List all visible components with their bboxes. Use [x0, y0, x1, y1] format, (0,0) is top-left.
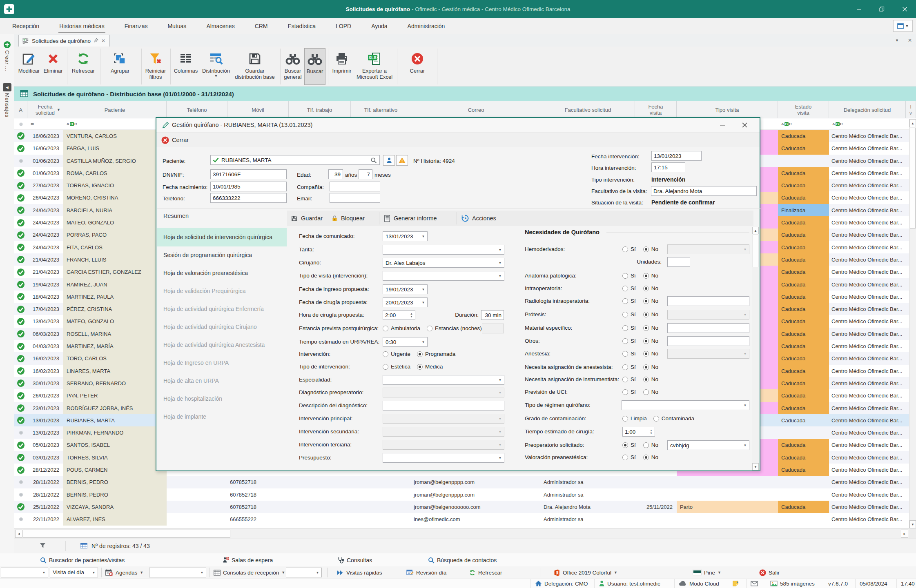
- form-control-fecha-de-ingreso-propuesta-[interactable]: 19/01/2023▼: [383, 284, 428, 294]
- menu-almacenes[interactable]: Almacenes: [205, 19, 235, 33]
- visitas-rapidas-button[interactable]: Visitas rápidas: [337, 566, 382, 579]
- column-header-trabajo[interactable]: Tlf. trabajo: [289, 101, 351, 118]
- filter-equals-icon[interactable]: =: [31, 118, 34, 130]
- neces-anestesia-[interactable]: SíNo: [622, 351, 658, 357]
- sidebar-item-2[interactable]: Sesión de programación quirúrgica: [157, 246, 287, 264]
- form-control-tiempo-estimado-en-urpa-rea-[interactable]: 0:30▼: [383, 337, 428, 347]
- filter-a-icon[interactable]: [14, 118, 27, 130]
- toolbar-buscar[interactable]: Buscar general: [282, 48, 304, 85]
- neces-necesita-asignación-de-instrumentista--radio-no[interactable]: [643, 377, 649, 382]
- messages-rail-label[interactable]: Mensajes: [4, 93, 10, 118]
- neces-prótesis-[interactable]: SíNo: [622, 311, 658, 317]
- neces-necesita-asignación-de-anestesista--radio-no[interactable]: [643, 364, 649, 370]
- sidebar-item-9[interactable]: Hoja de alta en URPA: [157, 371, 287, 390]
- combo-arrow-icon[interactable]: ▼: [420, 298, 427, 306]
- form-control-hora-de-cirug-a-propuesta-[interactable]: 2:00▲▼: [383, 310, 415, 320]
- neces-valoración-preanest-sica--radio-si[interactable]: [622, 455, 628, 460]
- form-control-intervención-[interactable]: UrgenteProgramada: [383, 351, 459, 357]
- bottombar-combo-4[interactable]: ▼: [286, 568, 322, 577]
- tab-solicitudes-quirofano[interactable]: Solicitudes de quirófano ✕: [18, 35, 110, 47]
- neces-hemoderivados--radio-si[interactable]: [622, 246, 628, 252]
- tabbar-close-icon[interactable]: ✕: [908, 38, 912, 43]
- form-control-tipo-de-visita-intervención-[interactable]: ▼: [383, 271, 504, 281]
- nacimiento-input[interactable]: 10/01/1985: [210, 182, 287, 191]
- neces-unidades--input[interactable]: [667, 257, 690, 267]
- neces-previsión-de-uci--radio-no[interactable]: [643, 389, 649, 395]
- toolbar-imprimir[interactable]: Imprimir: [330, 48, 353, 85]
- dialog-action-guardar[interactable]: Guardar: [291, 211, 323, 226]
- neces-necesita-asignación-de-instrumentista--radio-si[interactable]: [622, 377, 628, 382]
- combo-arrow-icon[interactable]: ▼: [420, 338, 427, 346]
- horizontal-scrollbar[interactable]: ◄ ►: [14, 528, 909, 539]
- filter-abc-estado[interactable]: ABC: [781, 118, 792, 130]
- menu-ayuda[interactable]: Ayuda: [370, 19, 388, 33]
- status-modo-cloud[interactable]: Modo Cloud: [674, 579, 728, 588]
- neces-radiología-intraoperatoria--radio-no[interactable]: [643, 298, 649, 304]
- tab-list-chevron-icon[interactable]: ▼: [895, 38, 899, 42]
- neces-necesita-asignación-de-anestesista--radio-si[interactable]: [622, 364, 628, 370]
- edad-anios-input[interactable]: 39: [328, 169, 343, 179]
- neces-hemoderivados-[interactable]: SíNo: [622, 246, 658, 252]
- scroll-left-arrow[interactable]: ◄: [15, 530, 22, 538]
- patient-warning-button[interactable]: [396, 155, 408, 166]
- status-usuario[interactable]: Usuario: test.ofimedic: [594, 579, 674, 588]
- duracion-input[interactable]: 30 min: [481, 310, 504, 320]
- toolbar-reiniciar[interactable]: Reiniciar filtros: [143, 48, 168, 85]
- menu-administraci-n[interactable]: Administración: [407, 19, 446, 33]
- toolbar-guardar[interactable]: Guardar distribución base: [232, 48, 278, 85]
- column-header-telefono[interactable]: Teléfono: [167, 101, 227, 118]
- filter-abc-paciente[interactable]: ABC: [67, 118, 77, 130]
- combo-arrow-icon[interactable]: ▼: [314, 568, 321, 577]
- dni-input[interactable]: 39171606F: [210, 169, 287, 179]
- neces-otros--radio-no[interactable]: [643, 338, 649, 344]
- spinner-arrows[interactable]: ▲▼: [648, 428, 654, 436]
- neces-radiología-intraoperatoria--radio-si[interactable]: [622, 298, 628, 304]
- create-plus-icon[interactable]: [3, 41, 11, 50]
- sidebar-item-5[interactable]: Hoja de actividad quirúrgica Enfermería: [157, 300, 287, 318]
- combo-arrow-icon[interactable]: ▼: [420, 232, 427, 240]
- neces-otros--input[interactable]: [667, 336, 749, 346]
- neces-previsión-de-uci-[interactable]: SíNo: [622, 389, 658, 395]
- neces-radiología-intraoperatoria--input[interactable]: [667, 296, 749, 306]
- revision-dia-button[interactable]: Revisión día: [406, 566, 446, 579]
- quicklink-búsqueda-de-contactos[interactable]: Búsqueda de contactos: [428, 553, 497, 567]
- column-header-fecha_visita[interactable]: Fecha visita: [635, 101, 677, 118]
- combo-arrow-icon[interactable]: ▼: [497, 272, 504, 280]
- neces-necesita-asignación-de-instrumentista-[interactable]: SíNo: [622, 376, 658, 382]
- neces-anestesia--radio-no[interactable]: [643, 351, 649, 357]
- neces-anatomía-patológica--radio-si[interactable]: [622, 273, 628, 279]
- combo-arrow-icon[interactable]: ▼: [497, 376, 504, 384]
- neces-anatomía-patológica-[interactable]: SíNo: [622, 273, 658, 279]
- email-input[interactable]: [330, 193, 380, 203]
- dialog-scroll-thumb[interactable]: [753, 235, 758, 267]
- scroll-down-arrow[interactable]: ▼: [909, 520, 916, 528]
- combo-arrow-icon[interactable]: ▼: [40, 568, 47, 577]
- dialog-scroll-down-arrow[interactable]: ▼: [752, 463, 759, 470]
- neces-previsión-de-uci--radio-si[interactable]: [622, 389, 628, 395]
- combo-arrow-icon[interactable]: ▼: [420, 285, 427, 293]
- menu-finanzas[interactable]: Finanzas: [124, 19, 149, 33]
- sidebar-item-8[interactable]: Hoja de Ingreso en URPA: [157, 353, 287, 372]
- quicklink-salas-de-espera[interactable]: Salas de espera: [222, 553, 273, 567]
- toolbar-columnas[interactable]: Columnas: [173, 48, 198, 85]
- neces-hemoderivados--radio-no[interactable]: [643, 246, 649, 252]
- menu-historias-m-dicas[interactable]: Historias médicas: [58, 19, 105, 33]
- neces-grado-de-contaminación--radio-contaminada[interactable]: [653, 416, 659, 422]
- form-control-intervención--radio-programada[interactable]: [417, 351, 423, 357]
- toolbar-refrescar[interactable]: Refrescar: [70, 48, 97, 85]
- neces-tiempo-estimado-de-cirugía--spin[interactable]: 1:00▲▼: [622, 427, 655, 437]
- sidebar-item-6[interactable]: Hoja de actividad quirúrgica Cirujano: [157, 317, 287, 336]
- column-header-tipo_visita[interactable]: Tipo visita: [677, 101, 778, 118]
- column-header-movil[interactable]: Móvil: [227, 101, 289, 118]
- neces-material-específico--input[interactable]: [667, 323, 749, 333]
- fecha-intervencion-input[interactable]: 13/01/2023: [651, 151, 702, 161]
- sidebar-item-4[interactable]: Hoja de validación Prequirúrgica: [157, 282, 287, 300]
- column-header-delegacion[interactable]: Delegación solicitud: [829, 101, 906, 118]
- dialog-action-acciones[interactable]: Acciones: [461, 211, 496, 226]
- toolbar-exportar-a[interactable]: XLSExportar a Microsoft Excel: [354, 48, 395, 85]
- window-layout-button[interactable]: ▼: [893, 20, 913, 32]
- patient-person-button[interactable]: [383, 155, 395, 166]
- neces-material-específico-[interactable]: SíNo: [622, 325, 658, 331]
- neces-otros-[interactable]: SíNo: [622, 338, 658, 344]
- window-close-button[interactable]: [893, 0, 916, 18]
